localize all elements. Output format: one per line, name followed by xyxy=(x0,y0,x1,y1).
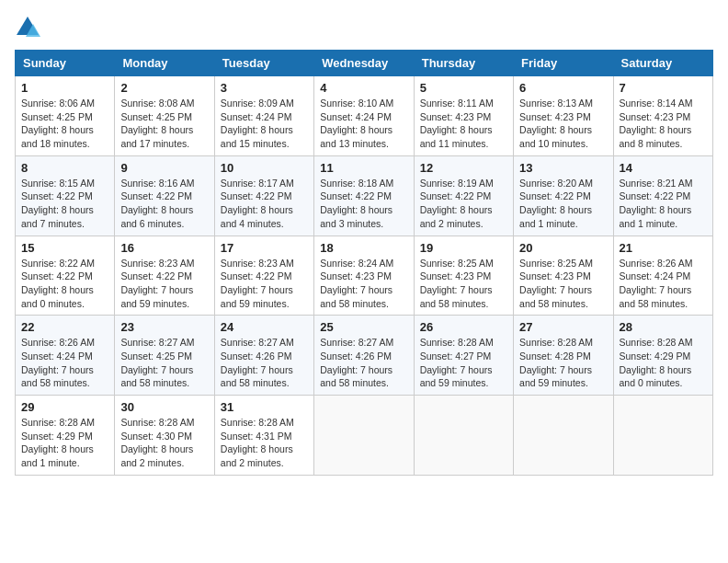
weekday-wednesday: Wednesday xyxy=(314,51,414,76)
day-number: 2 xyxy=(120,81,208,95)
day-number: 30 xyxy=(120,400,208,414)
calendar-cell: 10 Sunrise: 8:17 AM Sunset: 4:22 PM Dayl… xyxy=(214,155,313,236)
week-row-2: 8 Sunrise: 8:15 AM Sunset: 4:22 PM Dayli… xyxy=(16,155,713,236)
calendar-cell: 16 Sunrise: 8:23 AM Sunset: 4:22 PM Dayl… xyxy=(115,236,214,316)
calendar-cell: 27 Sunrise: 8:28 AM Sunset: 4:28 PM Dayl… xyxy=(514,316,613,396)
calendar-cell: 23 Sunrise: 8:27 AM Sunset: 4:25 PM Dayl… xyxy=(115,316,214,396)
day-number: 3 xyxy=(221,81,308,95)
day-number: 6 xyxy=(519,81,607,95)
calendar-cell: 3 Sunrise: 8:09 AM Sunset: 4:24 PM Dayli… xyxy=(214,76,313,156)
calendar-cell: 8 Sunrise: 8:15 AM Sunset: 4:22 PM Dayli… xyxy=(16,155,115,236)
calendar-cell: 4 Sunrise: 8:10 AM Sunset: 4:24 PM Dayli… xyxy=(314,76,414,156)
calendar-cell: 6 Sunrise: 8:13 AM Sunset: 4:23 PM Dayli… xyxy=(514,76,613,156)
logo xyxy=(15,15,44,40)
cell-info: Sunrise: 8:24 AM Sunset: 4:23 PM Dayligh… xyxy=(320,257,407,311)
cell-info: Sunrise: 8:28 AM Sunset: 4:30 PM Dayligh… xyxy=(120,416,208,470)
day-number: 14 xyxy=(620,161,707,175)
calendar-cell: 18 Sunrise: 8:24 AM Sunset: 4:23 PM Dayl… xyxy=(314,236,414,316)
weekday-header-row: SundayMondayTuesdayWednesdayThursdayFrid… xyxy=(16,51,713,76)
day-number: 27 xyxy=(519,320,607,334)
calendar-cell: 22 Sunrise: 8:26 AM Sunset: 4:24 PM Dayl… xyxy=(16,316,115,396)
weekday-tuesday: Tuesday xyxy=(214,51,313,76)
day-number: 16 xyxy=(120,241,208,255)
cell-info: Sunrise: 8:17 AM Sunset: 4:22 PM Dayligh… xyxy=(221,177,308,231)
day-number: 13 xyxy=(519,161,607,175)
calendar-cell: 30 Sunrise: 8:28 AM Sunset: 4:30 PM Dayl… xyxy=(115,396,214,476)
cell-info: Sunrise: 8:25 AM Sunset: 4:23 PM Dayligh… xyxy=(519,257,607,311)
weekday-thursday: Thursday xyxy=(414,51,513,76)
calendar-cell: 21 Sunrise: 8:26 AM Sunset: 4:24 PM Dayl… xyxy=(613,236,712,316)
cell-info: Sunrise: 8:28 AM Sunset: 4:29 PM Dayligh… xyxy=(620,336,707,390)
weekday-saturday: Saturday xyxy=(613,51,712,76)
logo-icon xyxy=(15,15,40,40)
calendar-body: 1 Sunrise: 8:06 AM Sunset: 4:25 PM Dayli… xyxy=(16,76,713,476)
day-number: 24 xyxy=(221,320,308,334)
weekday-sunday: Sunday xyxy=(16,51,115,76)
cell-info: Sunrise: 8:21 AM Sunset: 4:22 PM Dayligh… xyxy=(620,177,707,231)
day-number: 1 xyxy=(21,81,108,95)
day-number: 19 xyxy=(420,241,507,255)
weekday-monday: Monday xyxy=(115,51,214,76)
calendar-cell: 24 Sunrise: 8:27 AM Sunset: 4:26 PM Dayl… xyxy=(214,316,313,396)
calendar-cell xyxy=(314,396,414,476)
calendar-cell: 14 Sunrise: 8:21 AM Sunset: 4:22 PM Dayl… xyxy=(613,155,712,236)
day-number: 15 xyxy=(21,241,108,255)
day-number: 10 xyxy=(221,161,308,175)
calendar-cell: 31 Sunrise: 8:28 AM Sunset: 4:31 PM Dayl… xyxy=(214,396,313,476)
day-number: 4 xyxy=(320,81,407,95)
calendar-cell: 9 Sunrise: 8:16 AM Sunset: 4:22 PM Dayli… xyxy=(115,155,214,236)
cell-info: Sunrise: 8:28 AM Sunset: 4:31 PM Dayligh… xyxy=(221,416,308,470)
cell-info: Sunrise: 8:25 AM Sunset: 4:23 PM Dayligh… xyxy=(420,257,507,311)
weekday-friday: Friday xyxy=(514,51,613,76)
day-number: 7 xyxy=(620,81,707,95)
cell-info: Sunrise: 8:27 AM Sunset: 4:26 PM Dayligh… xyxy=(320,336,407,390)
day-number: 9 xyxy=(120,161,208,175)
cell-info: Sunrise: 8:11 AM Sunset: 4:23 PM Dayligh… xyxy=(420,97,507,151)
day-number: 18 xyxy=(320,241,407,255)
day-number: 29 xyxy=(21,400,108,414)
calendar-cell: 5 Sunrise: 8:11 AM Sunset: 4:23 PM Dayli… xyxy=(414,76,513,156)
day-number: 5 xyxy=(420,81,507,95)
calendar-cell: 26 Sunrise: 8:28 AM Sunset: 4:27 PM Dayl… xyxy=(414,316,513,396)
calendar-cell: 28 Sunrise: 8:28 AM Sunset: 4:29 PM Dayl… xyxy=(613,316,712,396)
calendar-table: SundayMondayTuesdayWednesdayThursdayFrid… xyxy=(15,50,713,476)
cell-info: Sunrise: 8:28 AM Sunset: 4:28 PM Dayligh… xyxy=(519,336,607,390)
calendar-cell: 13 Sunrise: 8:20 AM Sunset: 4:22 PM Dayl… xyxy=(514,155,613,236)
day-number: 17 xyxy=(221,241,308,255)
day-number: 26 xyxy=(420,320,507,334)
cell-info: Sunrise: 8:23 AM Sunset: 4:22 PM Dayligh… xyxy=(120,257,208,311)
calendar-cell: 25 Sunrise: 8:27 AM Sunset: 4:26 PM Dayl… xyxy=(314,316,414,396)
cell-info: Sunrise: 8:20 AM Sunset: 4:22 PM Dayligh… xyxy=(519,177,607,231)
day-number: 12 xyxy=(420,161,507,175)
cell-info: Sunrise: 8:23 AM Sunset: 4:22 PM Dayligh… xyxy=(221,257,308,311)
cell-info: Sunrise: 8:09 AM Sunset: 4:24 PM Dayligh… xyxy=(221,97,308,151)
calendar-cell: 12 Sunrise: 8:19 AM Sunset: 4:22 PM Dayl… xyxy=(414,155,513,236)
week-row-4: 22 Sunrise: 8:26 AM Sunset: 4:24 PM Dayl… xyxy=(16,316,713,396)
calendar-cell: 2 Sunrise: 8:08 AM Sunset: 4:25 PM Dayli… xyxy=(115,76,214,156)
calendar-cell: 15 Sunrise: 8:22 AM Sunset: 4:22 PM Dayl… xyxy=(16,236,115,316)
cell-info: Sunrise: 8:08 AM Sunset: 4:25 PM Dayligh… xyxy=(120,97,208,151)
cell-info: Sunrise: 8:18 AM Sunset: 4:22 PM Dayligh… xyxy=(320,177,407,231)
cell-info: Sunrise: 8:10 AM Sunset: 4:24 PM Dayligh… xyxy=(320,97,407,151)
day-number: 31 xyxy=(221,400,308,414)
calendar-cell: 29 Sunrise: 8:28 AM Sunset: 4:29 PM Dayl… xyxy=(16,396,115,476)
cell-info: Sunrise: 8:27 AM Sunset: 4:26 PM Dayligh… xyxy=(221,336,308,390)
calendar-cell xyxy=(613,396,712,476)
calendar-cell: 19 Sunrise: 8:25 AM Sunset: 4:23 PM Dayl… xyxy=(414,236,513,316)
day-number: 22 xyxy=(21,320,108,334)
day-number: 25 xyxy=(320,320,407,334)
calendar-cell xyxy=(514,396,613,476)
calendar-cell: 17 Sunrise: 8:23 AM Sunset: 4:22 PM Dayl… xyxy=(214,236,313,316)
cell-info: Sunrise: 8:16 AM Sunset: 4:22 PM Dayligh… xyxy=(120,177,208,231)
day-number: 11 xyxy=(320,161,407,175)
day-number: 28 xyxy=(620,320,707,334)
day-number: 21 xyxy=(620,241,707,255)
calendar-cell: 7 Sunrise: 8:14 AM Sunset: 4:23 PM Dayli… xyxy=(613,76,712,156)
calendar-cell: 20 Sunrise: 8:25 AM Sunset: 4:23 PM Dayl… xyxy=(514,236,613,316)
week-row-3: 15 Sunrise: 8:22 AM Sunset: 4:22 PM Dayl… xyxy=(16,236,713,316)
day-number: 23 xyxy=(120,320,208,334)
cell-info: Sunrise: 8:13 AM Sunset: 4:23 PM Dayligh… xyxy=(519,97,607,151)
cell-info: Sunrise: 8:06 AM Sunset: 4:25 PM Dayligh… xyxy=(21,97,108,151)
calendar-cell: 11 Sunrise: 8:18 AM Sunset: 4:22 PM Dayl… xyxy=(314,155,414,236)
cell-info: Sunrise: 8:14 AM Sunset: 4:23 PM Dayligh… xyxy=(620,97,707,151)
